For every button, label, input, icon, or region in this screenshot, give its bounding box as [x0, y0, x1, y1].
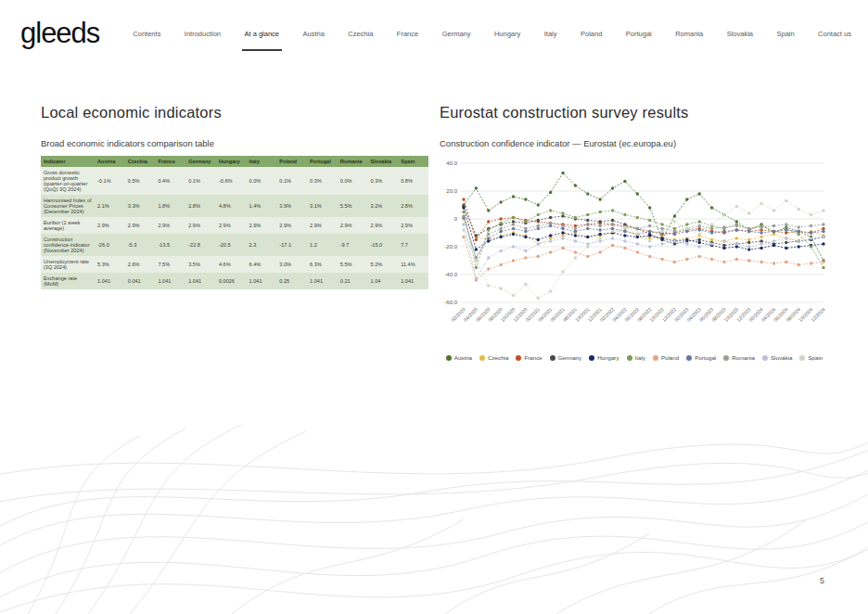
value-cell: 4.6% — [216, 256, 247, 273]
series-austria — [462, 172, 824, 262]
value-cell: 0.3% — [367, 167, 398, 195]
value-cell: 2.9% — [155, 217, 185, 234]
table-header-cell: Poland — [276, 156, 307, 167]
value-cell: 2.9% — [247, 217, 277, 234]
value-cell: 0.5% — [125, 167, 156, 195]
value-cell: 0.0026 — [216, 273, 247, 289]
nav-item-france[interactable]: France — [397, 30, 418, 51]
table-header-cell: Indicator — [41, 156, 95, 167]
legend-label: Austria — [454, 354, 472, 361]
legend-item-poland: Poland — [653, 354, 679, 361]
table-header-cell: Austria — [95, 156, 125, 167]
y-axis-tick-label: -20.0 — [444, 244, 457, 249]
legend-label: Spain — [808, 354, 823, 361]
nav-item-contact-us[interactable]: Contact us — [818, 30, 851, 51]
value-cell: 1.04 — [367, 273, 398, 289]
table-header-cell: Spain — [398, 156, 428, 167]
value-cell: 2.9% — [338, 217, 368, 234]
table-header-cell: Italy — [247, 156, 277, 167]
value-cell: 0.1% — [276, 167, 307, 195]
series-hungary — [462, 206, 824, 250]
value-cell: 2.9% — [276, 217, 307, 234]
page-number: 5 — [820, 576, 824, 585]
value-cell: 2.9% — [185, 217, 216, 234]
legend-label: Czechia — [488, 354, 508, 361]
legend-dot-icon — [550, 355, 555, 361]
value-cell: 2.9% — [307, 217, 338, 234]
chart-legend: AustriaCzechiaFranceGermanyHungaryItalyP… — [440, 352, 829, 363]
value-cell: 7.5% — [155, 256, 185, 273]
value-cell: 3.0% — [276, 256, 307, 273]
nav-item-contents[interactable]: Contents — [133, 30, 160, 51]
y-axis-tick-label: 40.0 — [446, 160, 457, 166]
table-row: Euribor (1 week average)2.9%2.9%2.9%2.9%… — [41, 217, 428, 234]
legend-dot-icon — [762, 355, 768, 361]
legend-dot-icon — [723, 355, 729, 361]
indicator-cell: Gross domestic product growth (quarter-o… — [41, 167, 95, 195]
value-cell: 2.1% — [95, 195, 125, 217]
nav-item-romania[interactable]: Romania — [675, 30, 703, 51]
eurostat-section: Eurostat construction survey results Con… — [440, 100, 829, 363]
value-cell: 6.4% — [247, 256, 277, 273]
value-cell: 0.4% — [155, 167, 185, 195]
value-cell: 5.3% — [95, 256, 125, 273]
value-cell: 0.25 — [276, 273, 307, 289]
value-cell: 2.9% — [398, 217, 428, 234]
legend-dot-icon — [627, 355, 632, 361]
confidence-line-chart: 40.020.00-20.0-40.0-60.002/202004/202006… — [440, 156, 829, 352]
y-axis-tick-label: -40.0 — [444, 272, 457, 277]
value-cell: 1.8% — [155, 195, 185, 217]
legend-item-portugal: Portugal — [686, 354, 716, 361]
table-row: Unemployment rate (3Q 2024)5.3%2.6%7.5%3… — [41, 256, 428, 273]
value-cell: 0.3% — [307, 167, 338, 195]
value-cell: 0.8% — [398, 167, 428, 195]
value-cell: -13.5 — [155, 234, 185, 256]
series-portugal — [462, 216, 824, 260]
value-cell: 0.0% — [338, 167, 368, 195]
value-cell: 0.21 — [338, 273, 368, 289]
legend-label: Germany — [558, 354, 581, 361]
value-cell: 2.8% — [398, 195, 428, 217]
value-cell: 0.041 — [125, 273, 156, 289]
gleeds-logo: gleeds — [20, 19, 99, 47]
table-header-cell: Slovakia — [367, 156, 398, 167]
value-cell: 1.041 — [307, 273, 338, 289]
indicator-cell: Unemployment rate (3Q 2024) — [41, 256, 95, 273]
legend-item-france: France — [516, 354, 542, 361]
legend-label: Hungary — [597, 354, 619, 361]
value-cell: 1.041 — [95, 273, 125, 289]
left-section-title: Local economic indicators — [41, 104, 428, 122]
indicator-cell: Harmonised Index of Consumer Prices (Dec… — [41, 195, 95, 217]
nav-item-italy[interactable]: Italy — [544, 30, 557, 51]
value-cell: -17.1 — [276, 234, 307, 256]
legend-label: Romania — [732, 354, 755, 361]
nav-item-portugal[interactable]: Portugal — [626, 30, 652, 51]
indicator-cell: Exchange rate (MoM) — [41, 273, 95, 289]
value-cell: 5.2% — [367, 256, 398, 273]
legend-dot-icon — [479, 355, 485, 361]
nav-item-austria[interactable]: Austria — [302, 30, 324, 51]
legend-label: Portugal — [695, 354, 716, 361]
nav-item-slovakia[interactable]: Slovakia — [727, 30, 753, 51]
legend-dot-icon — [799, 355, 805, 361]
nav-item-hungary[interactable]: Hungary — [494, 30, 520, 51]
value-cell: 0.1% — [185, 167, 216, 195]
table-row: Harmonised Index of Consumer Prices (Dec… — [41, 195, 428, 217]
legend-label: France — [524, 354, 542, 361]
nav-item-introduction[interactable]: Introduction — [185, 30, 221, 51]
legend-item-spain: Spain — [799, 354, 823, 361]
table-header-cell: Romania — [338, 156, 368, 167]
nav-item-at-a-glance[interactable]: At a glance — [245, 30, 280, 51]
legend-item-hungary: Hungary — [589, 354, 619, 361]
value-cell: 5.5% — [338, 195, 368, 217]
nav-item-spain[interactable]: Spain — [776, 30, 794, 51]
nav-item-germany[interactable]: Germany — [442, 30, 471, 51]
value-cell: 3.2% — [367, 195, 398, 217]
value-cell: 0.0% — [247, 167, 277, 195]
value-cell: 1.041 — [247, 273, 277, 289]
economic-indicators-table: IndicatorAustriaCzechiaFranceGermanyHung… — [41, 156, 428, 289]
nav-item-poland[interactable]: Poland — [581, 30, 602, 51]
value-cell: 3.1% — [307, 195, 338, 217]
nav-item-czechia[interactable]: Czechia — [348, 30, 373, 51]
table-header-cell: Czechia — [125, 156, 156, 167]
